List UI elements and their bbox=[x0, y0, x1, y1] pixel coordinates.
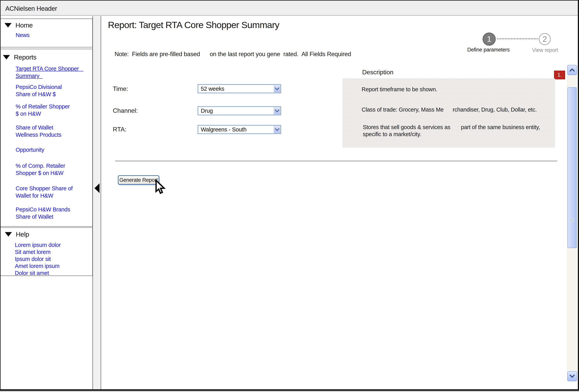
sidebar-item-pepsico-hw-brands-share[interactable]: PepsiCo H&W Brands Share of Wallet bbox=[16, 206, 70, 220]
annotation-badge: 1. bbox=[554, 70, 565, 79]
description-paragraph-rta: Stores that sell goods & services as par… bbox=[363, 124, 540, 138]
window-border-top bbox=[0, 0, 579, 0]
chevron-down-icon bbox=[569, 374, 575, 378]
sidebar-item-help-2[interactable]: Sit amet lorem bbox=[15, 249, 51, 256]
scrollbar-thumb[interactable] bbox=[568, 87, 577, 248]
step-1-number: 1 bbox=[487, 35, 491, 44]
description-panel: Report timeframe to be shown. Class of t… bbox=[343, 78, 555, 148]
sidebar-item-news[interactable]: News bbox=[16, 32, 29, 39]
channel-select-arrow-button[interactable] bbox=[274, 107, 280, 115]
sidebar-item-target-rta-core-shopper-summary[interactable]: Target RTA Core Shopper Summary bbox=[16, 65, 83, 79]
step-2-number: 2 bbox=[543, 35, 547, 44]
description-paragraph-channel: Class of trade: Grocery, Mass Me rchandi… bbox=[362, 106, 537, 113]
rta-label: RTA: bbox=[113, 126, 127, 133]
sidebar-item-share-of-wallet-wellness[interactable]: Share of Wallet Wellness Products bbox=[16, 124, 62, 138]
generate-report-button[interactable]: Generate Report bbox=[118, 175, 159, 185]
sidebar-collapse-icon[interactable] bbox=[94, 183, 99, 193]
description-paragraph-time: Report timeframe to be shown. bbox=[362, 86, 437, 93]
note-text: Note: Fields are pre-filled based on the… bbox=[115, 51, 351, 58]
channel-label: Channel: bbox=[113, 107, 138, 114]
time-select-arrow-button[interactable] bbox=[274, 85, 280, 92]
time-select[interactable]: 52 weeks bbox=[198, 84, 281, 93]
chevron-up-icon bbox=[569, 68, 575, 72]
help-section-header[interactable]: Help bbox=[5, 231, 29, 238]
time-select-value: 52 weeks bbox=[201, 86, 224, 92]
step-1-circle: 1 bbox=[483, 33, 496, 46]
channel-select[interactable]: Drug bbox=[198, 106, 281, 115]
chevron-down-icon bbox=[275, 109, 280, 113]
sidebar-item-core-shopper-share[interactable]: Core Shopper Share of Wallet for H&W bbox=[16, 185, 72, 199]
home-section-header[interactable]: Home bbox=[4, 21, 33, 29]
reports-section-label: Reports bbox=[14, 54, 36, 61]
rta-select-value: Walgreens - South bbox=[201, 126, 246, 133]
sidebar-section-reports: Reports Target RTA Core Shopper Summary … bbox=[0, 49, 93, 227]
section-divider-line bbox=[115, 160, 557, 162]
scrollbar-thumb-grip bbox=[570, 219, 575, 222]
channel-select-value: Drug bbox=[201, 108, 213, 114]
description-heading: Description bbox=[362, 69, 393, 76]
help-section-label: Help bbox=[16, 231, 29, 238]
collapse-down-triangle-icon bbox=[4, 23, 11, 27]
scroll-down-button[interactable] bbox=[567, 371, 577, 381]
collapse-down-triangle-icon bbox=[3, 55, 10, 60]
chevron-down-icon bbox=[275, 128, 280, 131]
scroll-up-button[interactable] bbox=[567, 65, 577, 75]
mouse-cursor-icon bbox=[154, 180, 167, 195]
window-border-bottom bbox=[0, 389, 579, 391]
sidebar-item-help-1[interactable]: Lorem ipsum dolor bbox=[15, 241, 61, 249]
sidebar-item-help-5[interactable]: Dolor sit amet bbox=[15, 269, 49, 276]
vertical-scrollbar[interactable] bbox=[567, 65, 577, 381]
rta-select-arrow-button[interactable] bbox=[274, 126, 280, 133]
header-title: ACNielsen Header bbox=[5, 5, 57, 12]
window-bottom-strip bbox=[0, 391, 579, 392]
reports-section-header[interactable]: Reports bbox=[3, 54, 36, 61]
sidebar-section-home: Home News bbox=[0, 18, 93, 47]
sidebar-item-help-4[interactable]: Amet lorem ipsum bbox=[15, 262, 60, 269]
sidebar-item-pct-comp-retailer-shopper[interactable]: % of Comp. Retailer Shopper $ on H&W bbox=[16, 162, 65, 177]
chevron-down-icon bbox=[275, 87, 280, 90]
sidebar-item-opportunity[interactable]: Opportunity bbox=[16, 146, 44, 153]
window-border-right bbox=[578, 0, 579, 392]
app-header: ACNielsen Header bbox=[0, 0, 578, 16]
home-section-label: Home bbox=[15, 21, 33, 29]
step-2-circle: 2 bbox=[539, 33, 551, 45]
sidebar-item-pct-retailer-shopper[interactable]: % of Retailer Shopper $ on H&W bbox=[16, 103, 70, 117]
step-connector-dotted-line bbox=[497, 38, 538, 39]
sidebar-item-help-3[interactable]: Ipsum dolor sit bbox=[15, 256, 51, 262]
app-window: ACNielsen Header Home News Reports Targe… bbox=[0, 0, 579, 392]
rta-select[interactable]: Walgreens - South bbox=[198, 125, 281, 134]
step-1-label: Define parameters bbox=[464, 47, 513, 53]
sidebar-item-pepsico-divisional-share[interactable]: PepsiCo Divisional Share of H&W $ bbox=[16, 83, 62, 98]
time-label: Time: bbox=[113, 85, 128, 92]
sidebar-section-help: Help Lorem ipsum dolor Sit amet lorem Ip… bbox=[0, 227, 93, 276]
page-title: Report: Target RTA Core Shopper Summary bbox=[108, 19, 279, 30]
window-border-left bbox=[0, 0, 0, 392]
sidebar-splitter[interactable] bbox=[92, 16, 101, 389]
collapse-down-triangle-icon bbox=[5, 232, 12, 237]
step-2-label: View report bbox=[524, 47, 567, 53]
